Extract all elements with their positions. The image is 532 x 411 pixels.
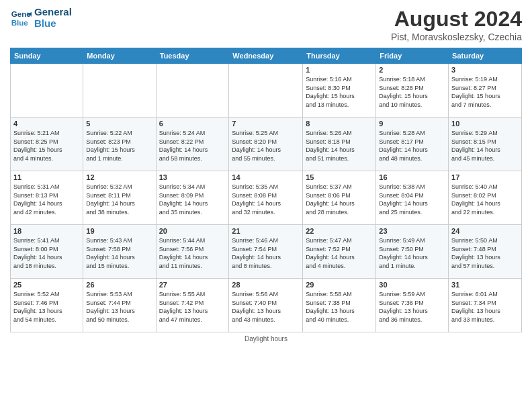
table-row: 12Sunrise: 5:32 AM Sunset: 8:11 PM Dayli… xyxy=(83,171,156,225)
day-number: 9 xyxy=(379,120,445,128)
table-row: 21Sunrise: 5:46 AM Sunset: 7:54 PM Dayli… xyxy=(229,225,303,279)
day-info: Sunrise: 5:21 AM Sunset: 8:25 PM Dayligh… xyxy=(13,129,80,163)
day-info: Sunrise: 5:49 AM Sunset: 7:50 PM Dayligh… xyxy=(379,236,445,270)
calendar-week-row: 25Sunrise: 5:52 AM Sunset: 7:46 PM Dayli… xyxy=(11,279,522,332)
day-number: 1 xyxy=(306,66,373,74)
logo: General Blue General Blue xyxy=(10,7,72,29)
logo-line2: Blue xyxy=(34,18,72,30)
day-number: 14 xyxy=(232,173,300,181)
day-info: Sunrise: 5:58 AM Sunset: 7:38 PM Dayligh… xyxy=(306,290,373,324)
table-row: 18Sunrise: 5:41 AM Sunset: 8:00 PM Dayli… xyxy=(11,225,83,279)
table-row: 8Sunrise: 5:26 AM Sunset: 8:18 PM Daylig… xyxy=(303,118,376,171)
day-number: 6 xyxy=(159,120,226,128)
day-number: 11 xyxy=(13,173,80,181)
col-wednesday: Wednesday xyxy=(229,48,303,64)
table-row: 16Sunrise: 5:38 AM Sunset: 8:04 PM Dayli… xyxy=(376,171,449,225)
day-number: 21 xyxy=(232,227,300,235)
day-number: 17 xyxy=(451,173,519,181)
day-number: 20 xyxy=(159,227,226,235)
table-row: 4Sunrise: 5:21 AM Sunset: 8:25 PM Daylig… xyxy=(11,118,83,171)
calendar-week-row: 1Sunrise: 5:16 AM Sunset: 8:30 PM Daylig… xyxy=(11,64,522,118)
day-info: Sunrise: 5:32 AM Sunset: 8:11 PM Dayligh… xyxy=(86,183,152,216)
col-thursday: Thursday xyxy=(303,48,376,64)
day-info: Sunrise: 5:37 AM Sunset: 8:06 PM Dayligh… xyxy=(306,183,373,216)
day-info: Sunrise: 5:16 AM Sunset: 8:30 PM Dayligh… xyxy=(306,75,373,109)
day-info: Sunrise: 5:29 AM Sunset: 8:15 PM Dayligh… xyxy=(451,129,519,163)
day-info: Sunrise: 5:25 AM Sunset: 8:20 PM Dayligh… xyxy=(232,129,300,163)
day-info: Sunrise: 6:01 AM Sunset: 7:34 PM Dayligh… xyxy=(451,290,519,324)
day-info: Sunrise: 5:22 AM Sunset: 8:23 PM Dayligh… xyxy=(86,129,152,163)
table-row: 23Sunrise: 5:49 AM Sunset: 7:50 PM Dayli… xyxy=(376,225,449,279)
table-row: 26Sunrise: 5:53 AM Sunset: 7:44 PM Dayli… xyxy=(83,279,156,332)
main-title: August 2024 xyxy=(391,7,522,32)
table-row: 19Sunrise: 5:43 AM Sunset: 7:58 PM Dayli… xyxy=(83,225,156,279)
day-number: 18 xyxy=(13,227,80,235)
day-number: 5 xyxy=(86,120,152,128)
day-info: Sunrise: 5:47 AM Sunset: 7:52 PM Dayligh… xyxy=(306,236,373,270)
day-number: 10 xyxy=(451,120,519,128)
table-row xyxy=(229,64,303,118)
table-row: 1Sunrise: 5:16 AM Sunset: 8:30 PM Daylig… xyxy=(303,64,376,118)
day-info: Sunrise: 5:24 AM Sunset: 8:22 PM Dayligh… xyxy=(159,129,226,163)
day-info: Sunrise: 5:28 AM Sunset: 8:17 PM Dayligh… xyxy=(379,129,445,163)
table-row: 10Sunrise: 5:29 AM Sunset: 8:15 PM Dayli… xyxy=(449,118,522,171)
title-block: August 2024 Pist, Moravskoslezsky, Czech… xyxy=(391,7,522,42)
day-info: Sunrise: 5:59 AM Sunset: 7:36 PM Dayligh… xyxy=(379,290,445,324)
table-row: 11Sunrise: 5:31 AM Sunset: 8:13 PM Dayli… xyxy=(11,171,83,225)
day-number: 19 xyxy=(86,227,152,235)
table-row: 22Sunrise: 5:47 AM Sunset: 7:52 PM Dayli… xyxy=(303,225,376,279)
day-number: 15 xyxy=(306,173,373,181)
day-info: Sunrise: 5:19 AM Sunset: 8:27 PM Dayligh… xyxy=(451,75,519,109)
day-info: Sunrise: 5:34 AM Sunset: 8:09 PM Dayligh… xyxy=(159,183,226,216)
table-row: 30Sunrise: 5:59 AM Sunset: 7:36 PM Dayli… xyxy=(376,279,449,332)
logo-line1: General xyxy=(34,7,72,18)
table-row: 27Sunrise: 5:55 AM Sunset: 7:42 PM Dayli… xyxy=(156,279,229,332)
day-number: 27 xyxy=(159,281,226,289)
calendar-week-row: 11Sunrise: 5:31 AM Sunset: 8:13 PM Dayli… xyxy=(11,171,522,225)
table-row: 2Sunrise: 5:18 AM Sunset: 8:28 PM Daylig… xyxy=(376,64,449,118)
day-number: 26 xyxy=(86,281,152,289)
svg-text:Blue: Blue xyxy=(11,18,29,26)
col-saturday: Saturday xyxy=(449,48,522,64)
table-row xyxy=(83,64,156,118)
day-info: Sunrise: 5:18 AM Sunset: 8:28 PM Dayligh… xyxy=(379,75,445,109)
day-info: Sunrise: 5:50 AM Sunset: 7:48 PM Dayligh… xyxy=(451,236,519,270)
day-number: 28 xyxy=(232,281,300,289)
day-info: Sunrise: 5:31 AM Sunset: 8:13 PM Dayligh… xyxy=(13,183,80,216)
day-number: 24 xyxy=(451,227,519,235)
table-row: 3Sunrise: 5:19 AM Sunset: 8:27 PM Daylig… xyxy=(449,64,522,118)
col-sunday: Sunday xyxy=(11,48,83,64)
day-info: Sunrise: 5:56 AM Sunset: 7:40 PM Dayligh… xyxy=(232,290,300,324)
day-info: Sunrise: 5:55 AM Sunset: 7:42 PM Dayligh… xyxy=(159,290,226,324)
table-row: 25Sunrise: 5:52 AM Sunset: 7:46 PM Dayli… xyxy=(11,279,83,332)
col-monday: Monday xyxy=(83,48,156,64)
table-row xyxy=(156,64,229,118)
table-row xyxy=(11,64,83,118)
table-row: 31Sunrise: 6:01 AM Sunset: 7:34 PM Dayli… xyxy=(449,279,522,332)
table-row: 24Sunrise: 5:50 AM Sunset: 7:48 PM Dayli… xyxy=(449,225,522,279)
day-number: 30 xyxy=(379,281,445,289)
day-number: 4 xyxy=(13,120,80,128)
day-number: 12 xyxy=(86,173,152,181)
calendar-header-row: Sunday Monday Tuesday Wednesday Thursday… xyxy=(11,48,522,64)
day-number: 16 xyxy=(379,173,445,181)
table-row: 14Sunrise: 5:35 AM Sunset: 8:08 PM Dayli… xyxy=(229,171,303,225)
day-number: 8 xyxy=(306,120,373,128)
day-number: 29 xyxy=(306,281,373,289)
table-row: 9Sunrise: 5:28 AM Sunset: 8:17 PM Daylig… xyxy=(376,118,449,171)
day-info: Sunrise: 5:35 AM Sunset: 8:08 PM Dayligh… xyxy=(232,183,300,216)
day-number: 25 xyxy=(13,281,80,289)
day-info: Sunrise: 5:53 AM Sunset: 7:44 PM Dayligh… xyxy=(86,290,152,324)
calendar-table: Sunday Monday Tuesday Wednesday Thursday… xyxy=(10,48,522,332)
day-info: Sunrise: 5:38 AM Sunset: 8:04 PM Dayligh… xyxy=(379,183,445,216)
calendar-week-row: 4Sunrise: 5:21 AM Sunset: 8:25 PM Daylig… xyxy=(11,118,522,171)
logo-icon: General Blue xyxy=(10,7,32,29)
page: General Blue General Blue August 2024 Pi… xyxy=(0,0,532,411)
table-row: 5Sunrise: 5:22 AM Sunset: 8:23 PM Daylig… xyxy=(83,118,156,171)
table-row: 7Sunrise: 5:25 AM Sunset: 8:20 PM Daylig… xyxy=(229,118,303,171)
table-row: 13Sunrise: 5:34 AM Sunset: 8:09 PM Dayli… xyxy=(156,171,229,225)
table-row: 6Sunrise: 5:24 AM Sunset: 8:22 PM Daylig… xyxy=(156,118,229,171)
col-friday: Friday xyxy=(376,48,449,64)
day-info: Sunrise: 5:43 AM Sunset: 7:58 PM Dayligh… xyxy=(86,236,152,270)
table-row: 17Sunrise: 5:40 AM Sunset: 8:02 PM Dayli… xyxy=(449,171,522,225)
